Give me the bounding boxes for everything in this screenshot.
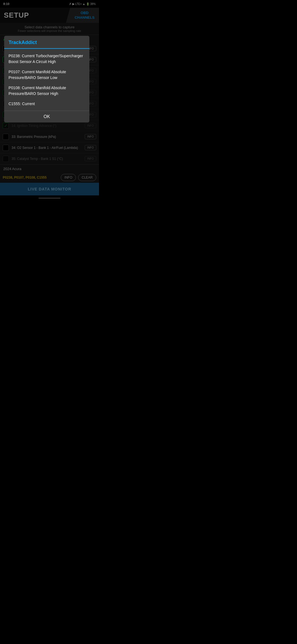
modal-error-2: P0107: Current Manifold Absolute Pressur… — [9, 69, 85, 81]
modal-title: TrackAddict — [9, 40, 37, 45]
modal-error-3: P0108: Current Manifold Absolute Pressur… — [9, 85, 85, 97]
modal-error-4: C1555: Current — [9, 101, 85, 107]
modal-overlay: TrackAddict P0238: Current Turbocharger/… — [0, 0, 99, 215]
track-addict-modal: TrackAddict P0238: Current Turbocharger/… — [4, 36, 89, 122]
modal-body: P0238: Current Turbocharger/Supercharger… — [4, 49, 89, 111]
modal-ok-button[interactable]: OK — [7, 114, 86, 119]
modal-header: TrackAddict — [4, 36, 89, 49]
modal-footer: OK — [4, 111, 89, 122]
modal-error-1: P0238: Current Turbocharger/Supercharger… — [9, 53, 85, 65]
